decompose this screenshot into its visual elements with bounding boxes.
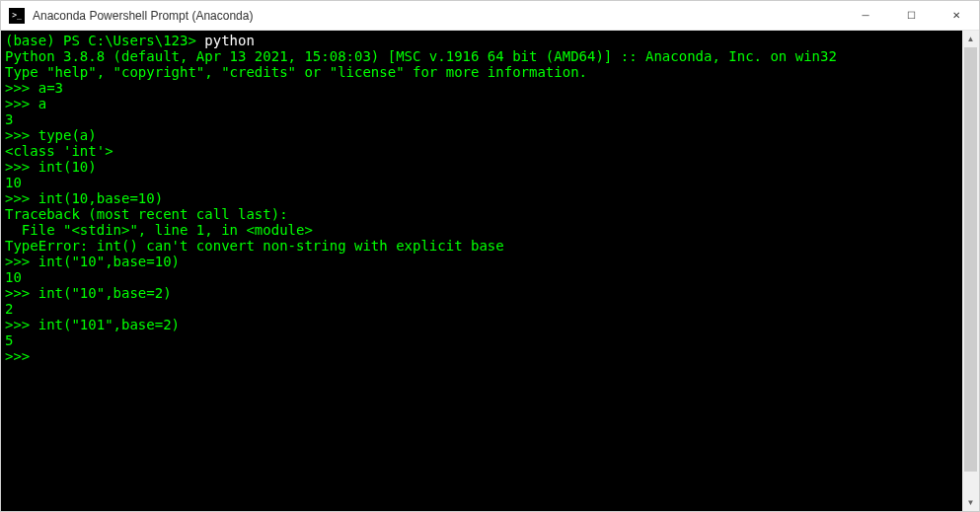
terminal-line: Type "help", "copyright", "credits" or "… xyxy=(5,64,958,80)
window: Anaconda Powershell Prompt (Anaconda) ─ … xyxy=(0,0,980,512)
titlebar[interactable]: Anaconda Powershell Prompt (Anaconda) ─ … xyxy=(1,1,979,31)
terminal-line: TypeError: int() can't convert non-strin… xyxy=(5,238,958,254)
terminal-line: 10 xyxy=(5,269,958,285)
terminal-line: 3 xyxy=(5,111,958,127)
terminal-line: >>> int(10,base=10) xyxy=(5,190,958,206)
maximize-button[interactable]: ☐ xyxy=(888,1,934,30)
terminal[interactable]: (base) PS C:\Users\123> pythonPython 3.8… xyxy=(1,31,962,511)
ps-prompt: (base) PS C:\Users\123> xyxy=(5,33,204,48)
scrollbar[interactable]: ▲ ▼ xyxy=(962,31,979,511)
terminal-line: 5 xyxy=(5,332,958,348)
close-button[interactable]: ✕ xyxy=(934,1,979,30)
window-controls: ─ ☐ ✕ xyxy=(843,1,979,30)
terminal-line: >>> int("101",base=2) xyxy=(5,317,958,332)
command-input: python xyxy=(204,33,255,48)
terminal-line: Python 3.8.8 (default, Apr 13 2021, 15:0… xyxy=(5,48,958,64)
scrollbar-thumb[interactable] xyxy=(964,47,977,472)
terminal-line: >>> type(a) xyxy=(5,127,958,143)
window-title: Anaconda Powershell Prompt (Anaconda) xyxy=(33,9,843,23)
terminal-line: >>> a=3 xyxy=(5,80,958,96)
terminal-line: >>> int("10",base=10) xyxy=(5,254,958,269)
minimize-button[interactable]: ─ xyxy=(843,1,888,30)
scrollbar-up-button[interactable]: ▲ xyxy=(962,31,979,47)
terminal-line: File "<stdin>", line 1, in <module> xyxy=(5,222,958,238)
terminal-container: (base) PS C:\Users\123> pythonPython 3.8… xyxy=(1,31,979,511)
terminal-line: Traceback (most recent call last): xyxy=(5,206,958,222)
terminal-line: >>> xyxy=(5,348,958,364)
terminal-line: >>> a xyxy=(5,96,958,111)
terminal-line: 2 xyxy=(5,301,958,317)
terminal-line: 10 xyxy=(5,175,958,190)
terminal-line: <class 'int'> xyxy=(5,143,958,159)
scrollbar-down-button[interactable]: ▼ xyxy=(962,494,979,511)
terminal-line: (base) PS C:\Users\123> python xyxy=(5,33,958,48)
terminal-line: >>> int(10) xyxy=(5,159,958,175)
scrollbar-track[interactable] xyxy=(962,47,979,494)
app-icon xyxy=(9,8,25,24)
terminal-line: >>> int("10",base=2) xyxy=(5,285,958,301)
